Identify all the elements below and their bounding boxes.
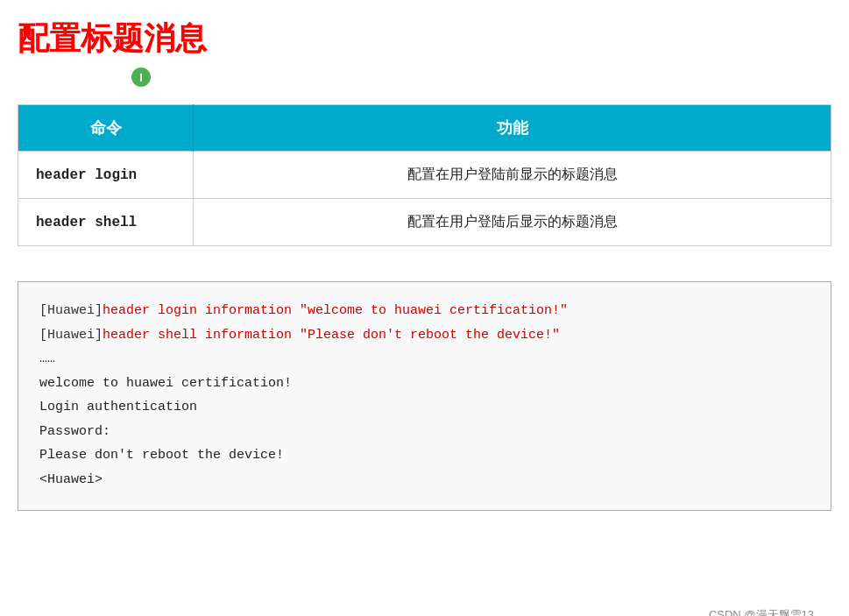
page-title: 配置标题消息 [18,18,831,60]
code-line-4: welcome to huawei certification! [39,372,810,395]
table-row: header shell配置在用户登陆后显示的标题消息 [18,199,831,246]
table-cell-description: 配置在用户登陆前显示的标题消息 [194,152,831,199]
code-line-2: [Huawei]header shell information "Please… [39,324,810,347]
table-cell-description: 配置在用户登陆后显示的标题消息 [194,199,831,246]
code-line-8: <Huawei> [39,469,810,492]
col-header-command: 命令 [18,105,194,152]
code-line-3: …… [39,348,810,371]
command-table: 命令 功能 header login配置在用户登陆前显示的标题消息header … [18,104,831,246]
table-row: header login配置在用户登陆前显示的标题消息 [18,152,831,199]
code-1: header login information "welcome to hua… [103,303,568,318]
table-cell-command: header shell [18,199,194,246]
col-header-function: 功能 [194,105,831,152]
table-cell-command: header login [18,152,194,199]
code-block: [Huawei]header login information "welcom… [18,281,831,511]
table-header-row: 命令 功能 [18,105,831,152]
watermark: CSDN @漫天飘雪13 [709,607,814,616]
page-wrapper: 配置标题消息 I 命令 功能 header login配置在用户登陆前显示的标题… [18,18,831,616]
code-2: header shell information "Please don't r… [103,328,560,343]
code-line-1: [Huawei]header login information "welcom… [39,300,810,322]
code-line-5: Login authentication [39,396,810,419]
prompt-2: [Huawei] [39,328,103,343]
code-line-7: Please don't reboot the device! [39,444,810,467]
code-line-6: Password: [39,421,810,443]
prompt-1: [Huawei] [39,303,103,318]
cursor-indicator: I [131,67,151,87]
